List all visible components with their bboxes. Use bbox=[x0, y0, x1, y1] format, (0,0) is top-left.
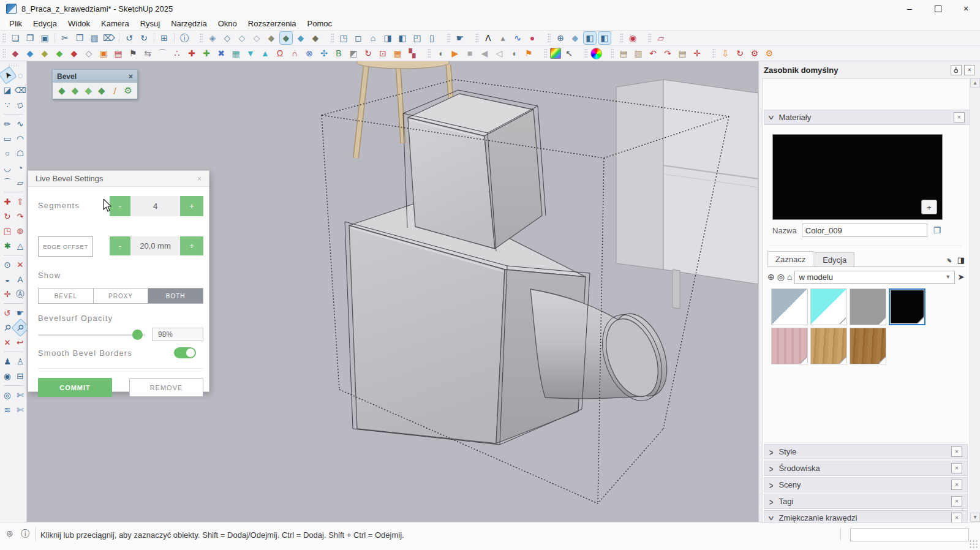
delete-icon[interactable]: ⌦ bbox=[102, 31, 116, 45]
texture-rotate-left-icon[interactable]: ↶ bbox=[646, 47, 660, 60]
undo-icon[interactable]: ↺ bbox=[123, 31, 136, 45]
menu-kamera[interactable]: Kamera bbox=[96, 17, 135, 31]
redo-icon[interactable]: ↻ bbox=[137, 31, 151, 45]
material-wood-dark[interactable] bbox=[850, 328, 886, 364]
scale-tool-icon[interactable]: ◳ bbox=[1, 224, 14, 238]
measurement-input[interactable] bbox=[850, 528, 969, 541]
plugin-trim-icon[interactable]: ✄ bbox=[14, 403, 27, 416]
show-proxy-segment[interactable]: PROXY bbox=[94, 288, 149, 303]
material-picker-plus-button[interactable]: + bbox=[921, 200, 937, 214]
rotate-tool-icon[interactable]: ↻ bbox=[1, 209, 14, 223]
copy-material-icon[interactable]: ❐ bbox=[933, 225, 941, 235]
minimize-button[interactable]: – bbox=[895, 0, 924, 17]
arrows-diamond-icon[interactable]: ✣ bbox=[317, 47, 331, 60]
material-pink[interactable] bbox=[771, 328, 808, 364]
toolbar-grip[interactable] bbox=[712, 48, 715, 58]
line-tool-icon[interactable]: ✏ bbox=[1, 117, 14, 130]
zoom-extents-icon[interactable]: ✕ bbox=[1, 336, 14, 349]
component-lock-icon[interactable]: ◧ bbox=[598, 31, 611, 45]
move-tool-icon[interactable]: ✚ bbox=[1, 195, 14, 208]
axes-icon[interactable]: ✛ bbox=[1, 287, 14, 301]
menu-narz-dzia[interactable]: Narzędzia bbox=[165, 17, 213, 31]
tray-section-tagi[interactable]: >Tagi× bbox=[764, 494, 968, 509]
material-collection-dropdown[interactable]: w modelu ▼ bbox=[794, 271, 955, 284]
component-edit-icon[interactable]: ◧ bbox=[583, 31, 597, 45]
texture-page-icon[interactable]: ▥ bbox=[631, 47, 645, 60]
remove-button[interactable]: REMOVE bbox=[129, 378, 203, 397]
section-close-icon[interactable]: × bbox=[951, 446, 962, 457]
section-close-icon[interactable]: × bbox=[951, 480, 962, 490]
section-close-icon[interactable]: × bbox=[951, 513, 962, 523]
flame-icon[interactable]: ▲ bbox=[258, 47, 272, 60]
loops-icon[interactable]: ∩ bbox=[288, 47, 301, 60]
component-icon[interactable]: ◆ bbox=[568, 31, 582, 45]
copy-icon[interactable]: ❒ bbox=[73, 31, 86, 45]
diamond-blue-icon[interactable]: ◆ bbox=[23, 47, 37, 60]
cube-arrow-icon[interactable]: ⊡ bbox=[376, 47, 390, 60]
cut-icon[interactable]: ✂ bbox=[58, 31, 72, 45]
gear-orange-icon[interactable]: ⚙ bbox=[763, 47, 776, 60]
opacity-slider-knob[interactable] bbox=[132, 330, 143, 340]
edge-offset-button[interactable]: EDGE OFFSET bbox=[38, 236, 93, 257]
show-both-segment[interactable]: BOTH bbox=[148, 288, 203, 303]
classifier-icon[interactable]: ∵ bbox=[1, 98, 14, 111]
texture-tile2-icon[interactable]: ▤ bbox=[676, 47, 689, 60]
paste-icon[interactable]: ▥ bbox=[88, 31, 101, 45]
bevel-clean-icon[interactable]: / bbox=[109, 85, 121, 97]
curve-pen-icon[interactable]: ∿ bbox=[511, 31, 524, 45]
page-flip-icon[interactable]: ◖ bbox=[434, 47, 447, 60]
diamond-red-blue-icon[interactable]: ◆ bbox=[9, 47, 22, 60]
smooth-borders-toggle[interactable] bbox=[174, 347, 196, 358]
orbit-tool-icon[interactable]: ↺ bbox=[1, 306, 14, 320]
tray-section-środowiska[interactable]: >Środowiska× bbox=[764, 461, 968, 476]
menu-okno[interactable]: Okno bbox=[213, 17, 243, 31]
gray-curve-icon[interactable]: ⌒ bbox=[156, 47, 169, 60]
menu-widok[interactable]: Widok bbox=[62, 17, 96, 31]
tray-scrollbar[interactable]: ▲ ▼ bbox=[970, 78, 980, 522]
toolbar-grip[interactable] bbox=[544, 48, 547, 58]
freehand-tool-icon[interactable]: ∿ bbox=[14, 117, 27, 130]
dialog-titlebar[interactable]: Live Bevel Settings × bbox=[28, 171, 209, 187]
circle-tool-icon[interactable]: ○ bbox=[1, 146, 14, 160]
material-wood-light[interactable] bbox=[810, 328, 847, 364]
hidden-line-style-icon[interactable]: ◇ bbox=[250, 31, 263, 45]
diamond-red-icon[interactable]: ◆ bbox=[67, 47, 81, 60]
polygon-tool-icon[interactable]: ☖ bbox=[14, 146, 27, 160]
material-color-009-black[interactable] bbox=[889, 288, 925, 325]
front-view-icon[interactable]: ⌂ bbox=[366, 31, 380, 45]
table-icon[interactable]: ▤ bbox=[111, 47, 125, 60]
follow-me-icon[interactable]: ↷ bbox=[14, 209, 27, 223]
material-target-icon[interactable]: ◎ bbox=[777, 272, 785, 282]
diamond-olive-icon[interactable]: ◆ bbox=[38, 47, 51, 60]
section-plane-icon[interactable]: ⊟ bbox=[14, 369, 27, 383]
toolbar-grip[interactable] bbox=[648, 33, 651, 43]
material-details-icon[interactable]: ➤ bbox=[957, 272, 965, 282]
link-arrows-icon[interactable]: ⇆ bbox=[141, 47, 154, 60]
model-info-icon[interactable]: ⓘ bbox=[178, 31, 191, 45]
xray-style-icon[interactable]: ◈ bbox=[206, 31, 219, 45]
red-plus-icon[interactable]: ✚ bbox=[185, 47, 198, 60]
lambda-tool-icon[interactable]: Λ bbox=[481, 31, 495, 45]
material-name-input[interactable] bbox=[802, 224, 927, 237]
segments-value[interactable]: 4 bbox=[130, 196, 180, 216]
print-icon[interactable]: ⊞ bbox=[157, 31, 171, 45]
tape-measure-icon[interactable]: ⊙ bbox=[1, 258, 14, 271]
stretch-icon[interactable]: ✱ bbox=[1, 239, 14, 252]
rotated-rectangle-icon[interactable]: ▱ bbox=[14, 176, 27, 189]
toolbar-grip[interactable] bbox=[548, 33, 551, 43]
toolbar-grip[interactable] bbox=[200, 33, 203, 43]
toolbar-grip[interactable] bbox=[447, 33, 450, 43]
bevel-toolbar-close-icon[interactable]: × bbox=[129, 72, 133, 81]
maximize-button[interactable] bbox=[924, 0, 952, 17]
resize-grip[interactable] bbox=[969, 540, 978, 548]
material-cyan[interactable] bbox=[810, 288, 847, 325]
sample-paint-icon[interactable]: ◨ bbox=[957, 255, 965, 265]
materials-section-header[interactable]: > Materiały × bbox=[764, 110, 970, 125]
show-bevel-segment[interactable]: BEVEL bbox=[39, 288, 94, 303]
two-point-arc-icon[interactable]: ◡ bbox=[1, 161, 14, 175]
shaded-style-icon[interactable]: ◆ bbox=[265, 31, 278, 45]
tag-icon[interactable]: ◇ bbox=[12, 96, 29, 114]
rectangle-tool-icon[interactable]: ▭ bbox=[1, 132, 14, 145]
top-view-icon[interactable]: ◻ bbox=[352, 31, 365, 45]
knot-icon[interactable]: ⊗ bbox=[303, 47, 316, 60]
